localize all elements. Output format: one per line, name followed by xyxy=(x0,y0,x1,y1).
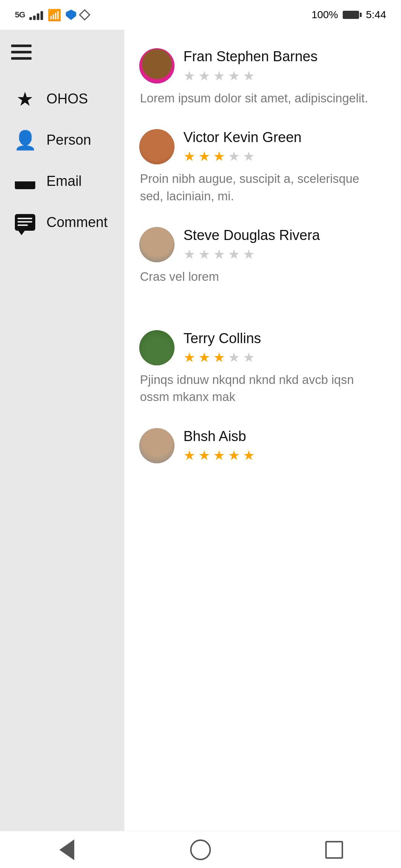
review-item: Fran Stephen Barnes ★ ★ ★ ★ ★ Lorem ipsu… xyxy=(124,37,390,118)
star-2: ★ xyxy=(198,350,210,365)
status-left: 5G 📶 xyxy=(15,9,89,22)
review-info: Bhsh Aisb ★ ★ ★ ★ ★ xyxy=(183,428,255,464)
review-text: Pjinqs idnuw nkqnd nknd nkd avcb iqsn os… xyxy=(139,371,379,405)
star-2: ★ xyxy=(198,247,210,262)
sidebar-item-email[interactable]: Email xyxy=(11,161,113,202)
star-3: ★ xyxy=(213,68,225,84)
sidebar-label-comment: Comment xyxy=(46,214,108,230)
review-header: Fran Stephen Barnes ★ ★ ★ ★ ★ xyxy=(139,48,379,84)
reviewer-name: Steve Douglas Rivera xyxy=(183,227,320,244)
star-3: ★ xyxy=(213,149,225,164)
star-2: ★ xyxy=(198,448,210,463)
star-5: ★ xyxy=(243,350,255,365)
avatar xyxy=(139,129,175,164)
star-1: ★ xyxy=(183,68,195,84)
star-4: ★ xyxy=(228,448,240,463)
avatar xyxy=(139,428,175,463)
star-4: ★ xyxy=(228,68,240,84)
review-item: Terry Collins ★ ★ ★ ★ ★ Pjinqs idnuw nkq… xyxy=(124,319,390,417)
diamond-icon xyxy=(79,9,91,20)
status-right: 100% 5:44 xyxy=(312,9,386,21)
signal-bars-icon xyxy=(29,10,43,20)
star-1: ★ xyxy=(183,247,195,262)
star-3: ★ xyxy=(213,247,225,262)
sidebar: ★ OHOS 👤 Person Email xyxy=(0,30,124,868)
reviewer-name: Bhsh Aisb xyxy=(183,428,255,445)
signal-5g: 5G xyxy=(15,10,25,20)
status-bar: 5G 📶 100% 5:44 xyxy=(0,0,401,30)
star-rating: ★ ★ ★ ★ ★ xyxy=(183,149,301,164)
review-info: Victor Kevin Green ★ ★ ★ ★ ★ xyxy=(183,129,301,165)
star-rating: ★ ★ ★ ★ ★ xyxy=(183,448,255,463)
nav-bar xyxy=(0,831,401,868)
recent-icon xyxy=(325,841,343,859)
avatar xyxy=(139,330,175,365)
reviewer-name: Victor Kevin Green xyxy=(183,129,301,146)
star-4: ★ xyxy=(228,247,240,262)
avatar xyxy=(139,48,175,83)
star-5: ★ xyxy=(243,247,255,262)
star-rating: ★ ★ ★ ★ ★ xyxy=(183,350,261,365)
sidebar-item-comment[interactable]: Comment xyxy=(11,202,113,243)
hamburger-menu[interactable] xyxy=(11,45,113,60)
star-rating: ★ ★ ★ ★ ★ xyxy=(183,247,320,262)
back-icon xyxy=(59,839,74,860)
main-layout: ★ OHOS 👤 Person Email xyxy=(0,30,401,868)
reviewer-name: Fran Stephen Barnes xyxy=(183,48,317,65)
avatar xyxy=(139,227,175,262)
sidebar-label-ohos: OHOS xyxy=(46,91,88,107)
star-1: ★ xyxy=(183,149,195,164)
sidebar-label-person: Person xyxy=(46,132,91,148)
comment-icon xyxy=(15,212,35,233)
home-icon xyxy=(190,839,211,860)
reviewer-name: Terry Collins xyxy=(183,330,261,347)
review-item: Steve Douglas Rivera ★ ★ ★ ★ ★ Cras vel … xyxy=(124,216,390,297)
star-4: ★ xyxy=(228,350,240,365)
review-header: Steve Douglas Rivera ★ ★ ★ ★ ★ xyxy=(139,227,379,263)
star-3: ★ xyxy=(213,350,225,365)
review-info: Steve Douglas Rivera ★ ★ ★ ★ ★ xyxy=(183,227,320,263)
star-2: ★ xyxy=(198,149,210,164)
review-header: Bhsh Aisb ★ ★ ★ ★ ★ xyxy=(139,428,379,464)
wifi-icon: 📶 xyxy=(48,9,61,22)
sidebar-item-ohos[interactable]: ★ OHOS xyxy=(11,78,113,119)
nav-home-button[interactable] xyxy=(188,837,213,863)
battery-icon xyxy=(343,11,362,19)
star-1: ★ xyxy=(183,350,195,365)
content-area: Fran Stephen Barnes ★ ★ ★ ★ ★ Lorem ipsu… xyxy=(124,30,401,868)
email-icon xyxy=(15,171,35,191)
star-1: ★ xyxy=(183,448,195,463)
shield-icon xyxy=(66,10,76,20)
nav-recent-button[interactable] xyxy=(321,837,347,863)
star-5: ★ xyxy=(243,68,255,84)
sidebar-nav: ★ OHOS 👤 Person Email xyxy=(11,78,113,243)
nav-back-button[interactable] xyxy=(54,837,80,863)
star-5: ★ xyxy=(243,448,255,463)
review-text: Cras vel lorem xyxy=(139,268,379,285)
review-info: Fran Stephen Barnes ★ ★ ★ ★ ★ xyxy=(183,48,317,84)
review-item: Bhsh Aisb ★ ★ ★ ★ ★ xyxy=(124,417,390,481)
clock: 5:44 xyxy=(366,9,387,21)
star-5: ★ xyxy=(243,149,255,164)
star-2: ★ xyxy=(198,68,210,84)
review-header: Victor Kevin Green ★ ★ ★ ★ ★ xyxy=(139,129,379,165)
sidebar-label-email: Email xyxy=(46,173,82,189)
review-item: Victor Kevin Green ★ ★ ★ ★ ★ Proin nibh … xyxy=(124,118,390,216)
star-3: ★ xyxy=(213,448,225,463)
battery-percent: 100% xyxy=(312,9,338,21)
person-icon: 👤 xyxy=(15,130,35,150)
review-info: Terry Collins ★ ★ ★ ★ ★ xyxy=(183,330,261,366)
review-text: Proin nibh augue, suscipit a, scelerisqu… xyxy=(139,170,379,204)
star-icon: ★ xyxy=(15,89,35,109)
sidebar-item-person[interactable]: 👤 Person xyxy=(11,119,113,161)
star-rating: ★ ★ ★ ★ ★ xyxy=(183,68,317,84)
review-header: Terry Collins ★ ★ ★ ★ ★ xyxy=(139,330,379,366)
review-text: Lorem ipsum dolor sit amet, adipiscingel… xyxy=(139,90,379,107)
star-4: ★ xyxy=(228,149,240,164)
